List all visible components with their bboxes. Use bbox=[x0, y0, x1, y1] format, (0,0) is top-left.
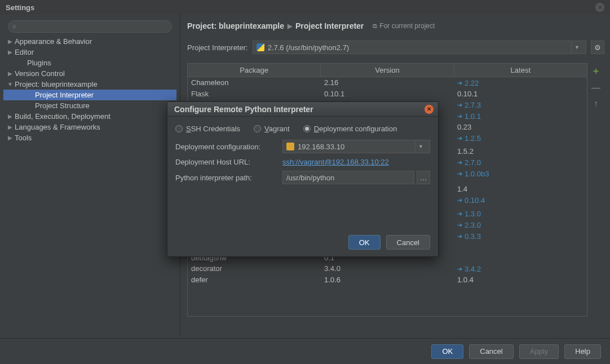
radio-ssh[interactable]: SSH Credentials bbox=[175, 125, 240, 133]
sidebar-item[interactable]: ▶Version Control bbox=[3, 68, 176, 79]
expand-icon: ▶ bbox=[7, 38, 14, 45]
expand-icon: ▶ bbox=[7, 113, 14, 119]
deploy-cfg-dropdown[interactable]: 192.168.33.10 ▼ bbox=[282, 140, 430, 153]
radio-icon bbox=[175, 125, 183, 132]
table-row[interactable]: defer1.0.61.0.4 bbox=[188, 274, 587, 285]
sidebar-item[interactable]: ▶Languages & Frameworks bbox=[3, 122, 176, 132]
help-button[interactable]: Help bbox=[564, 344, 601, 359]
apply-button[interactable]: Apply bbox=[519, 344, 559, 359]
sidebar-item[interactable]: ▼Project: blueprintexample bbox=[3, 79, 176, 90]
for-project-badge: ⧉ For current project bbox=[373, 22, 435, 30]
dialog-ok-button[interactable]: OK bbox=[348, 235, 381, 250]
sidebar-item[interactable]: ▶Appearance & Behavior bbox=[3, 36, 176, 47]
update-arrow-icon: ➜ bbox=[457, 221, 462, 229]
expand-icon: ▶ bbox=[7, 70, 14, 77]
sidebar-item[interactable]: Project Structure bbox=[3, 100, 176, 111]
server-icon bbox=[286, 143, 294, 150]
dialog-cancel-button[interactable]: Cancel bbox=[386, 235, 430, 250]
update-arrow-icon: ➜ bbox=[457, 159, 462, 166]
update-arrow-icon: ➜ bbox=[457, 101, 462, 109]
breadcrumb-project: Project: blueprintexample bbox=[187, 21, 284, 30]
gear-icon[interactable]: ⚙ bbox=[591, 41, 604, 54]
table-row[interactable]: Chameleon2.16➜2.22 bbox=[188, 77, 587, 88]
update-arrow-icon: ➜ bbox=[457, 79, 462, 87]
sidebar-item[interactable]: ▶Tools bbox=[3, 132, 176, 143]
dialog-title: Configure Remote Python Interpreter bbox=[174, 105, 313, 114]
expand-icon: ▶ bbox=[7, 135, 14, 141]
radio-icon bbox=[303, 125, 311, 132]
expand-icon: ▶ bbox=[7, 124, 14, 130]
sidebar: ⌕ ▶Appearance & Behavior▶EditorPlugins▶V… bbox=[0, 15, 180, 336]
sidebar-item-label: Languages & Frameworks bbox=[15, 123, 100, 131]
sidebar-item-label: Project: blueprintexample bbox=[15, 80, 98, 88]
radio-vagrant[interactable]: Vagrant bbox=[254, 125, 290, 133]
col-version[interactable]: Version bbox=[321, 64, 454, 77]
python-icon bbox=[257, 43, 264, 51]
update-arrow-icon: ➜ bbox=[457, 170, 462, 177]
table-row[interactable]: decorator3.4.0➜3.4.2 bbox=[188, 263, 587, 274]
sidebar-item[interactable]: ▶Build, Execution, Deployment bbox=[3, 111, 176, 122]
sidebar-item-label: Build, Execution, Deployment bbox=[15, 112, 110, 121]
sidebar-item-label: Appearance & Behavior bbox=[15, 37, 92, 46]
sidebar-item[interactable]: ▶Editor bbox=[3, 47, 176, 57]
expand-icon: ▼ bbox=[7, 81, 14, 87]
col-package[interactable]: Package bbox=[188, 64, 321, 77]
search-icon: ⌕ bbox=[12, 22, 16, 30]
titlebar: Settings ✕ bbox=[0, 0, 610, 15]
col-latest[interactable]: Latest bbox=[454, 64, 587, 77]
sidebar-item-label: Editor bbox=[15, 48, 34, 56]
interpreter-path-input[interactable] bbox=[282, 171, 414, 184]
radio-deployment[interactable]: Deployment configuration bbox=[303, 125, 397, 133]
window-title: Settings bbox=[6, 3, 34, 12]
interpreter-dropdown[interactable]: 2.7.6 (/usr/bin/python2.7) ▼ bbox=[253, 41, 586, 54]
sidebar-item-label: Plugins bbox=[27, 59, 51, 67]
update-arrow-icon: ➜ bbox=[457, 135, 462, 142]
ok-button[interactable]: OK bbox=[431, 344, 463, 359]
sidebar-item-label: Tools bbox=[15, 134, 32, 142]
interpreter-label: Project Interpreter: bbox=[187, 43, 248, 52]
remove-package-button[interactable]: — bbox=[591, 83, 600, 93]
package-actions: ＋ — ↑ bbox=[587, 63, 604, 317]
search-input[interactable] bbox=[8, 20, 172, 33]
update-arrow-icon: ➜ bbox=[457, 265, 462, 273]
update-arrow-icon: ➜ bbox=[457, 210, 462, 217]
expand-icon: ▶ bbox=[7, 49, 14, 55]
table-row[interactable]: Flask0.10.10.10.1 bbox=[188, 88, 587, 99]
chevron-down-icon: ▼ bbox=[571, 41, 582, 54]
browse-button[interactable]: … bbox=[417, 171, 430, 184]
sidebar-item-label: Project Structure bbox=[35, 101, 90, 110]
radio-icon bbox=[254, 125, 261, 132]
dialog-titlebar: Configure Remote Python Interpreter ✕ bbox=[167, 102, 438, 117]
close-icon[interactable]: ✕ bbox=[425, 105, 434, 114]
host-url-label: Deployment Host URL: bbox=[175, 158, 282, 166]
update-arrow-icon: ➜ bbox=[457, 233, 462, 240]
deploy-cfg-label: Deployment configuration: bbox=[175, 143, 282, 151]
chevron-right-icon: ▶ bbox=[288, 23, 292, 30]
chevron-down-icon: ▼ bbox=[415, 140, 426, 153]
breadcrumb-page: Project Interpreter bbox=[295, 21, 364, 30]
add-package-button[interactable]: ＋ bbox=[591, 65, 600, 77]
upgrade-package-button[interactable]: ↑ bbox=[594, 99, 598, 109]
sidebar-item-label: Project Interpreter bbox=[35, 91, 94, 99]
sidebar-item[interactable]: Project Interpreter bbox=[3, 90, 176, 100]
cancel-button[interactable]: Cancel bbox=[469, 344, 513, 359]
dialog-footer: OK Cancel Apply Help bbox=[0, 338, 610, 364]
host-url-link[interactable]: ssh://vagrant@192.168.33.10:22 bbox=[282, 158, 389, 166]
close-icon[interactable]: ✕ bbox=[595, 3, 604, 12]
settings-tree: ▶Appearance & Behavior▶EditorPlugins▶Ver… bbox=[3, 36, 176, 143]
breadcrumb: Project: blueprintexample ▶ Project Inte… bbox=[187, 21, 604, 30]
remote-interpreter-dialog: Configure Remote Python Interpreter ✕ SS… bbox=[167, 101, 439, 257]
sidebar-item-label: Version Control bbox=[15, 69, 65, 78]
update-arrow-icon: ➜ bbox=[457, 113, 462, 120]
update-arrow-icon: ➜ bbox=[457, 197, 462, 204]
copy-icon: ⧉ bbox=[373, 23, 377, 30]
interpreter-path-label: Python interpreter path: bbox=[175, 174, 282, 182]
sidebar-item[interactable]: Plugins bbox=[3, 57, 176, 68]
